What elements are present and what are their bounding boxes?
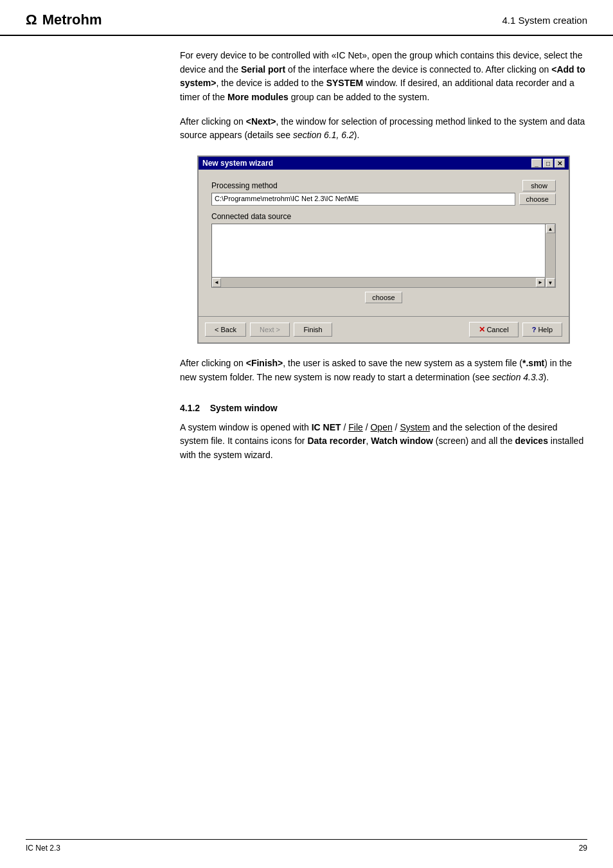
- scroll-left-arrow[interactable]: ◄: [212, 278, 221, 287]
- scroll-up-arrow[interactable]: ▲: [546, 224, 555, 233]
- s412-body4: (screen) and all the: [433, 436, 515, 446]
- para1-bold3: SYSTEM: [326, 78, 364, 88]
- section-412-number: 4.1.2: [180, 403, 200, 413]
- paragraph-3: After clicking on <Finish>, the user is …: [180, 357, 587, 384]
- titlebar-buttons: _ □ ✕: [531, 159, 565, 168]
- connected-data-source-listbox[interactable]: ▲ ▼ ◄ ►: [211, 224, 556, 288]
- logo-text: Metrohm: [42, 12, 102, 28]
- logo: Ω Metrohm: [26, 12, 102, 28]
- dialog-body: Processing method show C:\Programme\metr…: [199, 170, 569, 316]
- back-button[interactable]: < Back: [205, 323, 246, 337]
- section-412-heading: 4.1.2 System window: [180, 403, 587, 413]
- s412-sep1: /: [341, 422, 349, 432]
- dialog-titlebar: New system wizard _ □ ✕: [199, 157, 569, 170]
- logo-symbol: Ω: [26, 12, 37, 28]
- cancel-x-icon: ✕: [479, 325, 485, 334]
- scroll-track-v[interactable]: [546, 233, 555, 278]
- s412-bold4: devices: [515, 436, 548, 446]
- new-system-wizard-dialog: New system wizard _ □ ✕ Processing metho…: [197, 155, 570, 344]
- s412-ul3: System: [400, 422, 430, 432]
- processing-method-label: Processing method: [211, 181, 519, 190]
- help-label: Help: [538, 326, 553, 333]
- vertical-scrollbar[interactable]: ▲ ▼: [545, 224, 555, 287]
- help-q-icon: ?: [532, 326, 537, 333]
- section-412-title: System window: [210, 403, 278, 413]
- paragraph-1: For every device to be controlled with «…: [180, 49, 587, 105]
- close-button[interactable]: ✕: [555, 159, 565, 168]
- s412-bold2: Data recorder: [307, 436, 366, 446]
- scroll-track-h[interactable]: [221, 278, 536, 287]
- cancel-button[interactable]: ✕ Cancel: [469, 322, 518, 337]
- minimize-button[interactable]: _: [531, 159, 542, 168]
- choose-data-source-button[interactable]: choose: [365, 292, 402, 303]
- section-title: 4.1 System creation: [502, 15, 587, 26]
- dialog-footer: < Back Next > Finish ✕ Cancel ? Help: [199, 316, 569, 342]
- para3-bold2: *.smt: [522, 358, 544, 368]
- para3-bold1: <Finish>: [246, 358, 283, 368]
- help-button[interactable]: ? Help: [522, 323, 562, 337]
- s412-body1: A system window is opened with: [180, 422, 312, 432]
- footer-product: IC Net 2.3: [26, 844, 60, 853]
- para3-cont: , the user is asked to save the new syst…: [283, 358, 522, 368]
- path-row: C:\Programme\metrohm\IC Net 2.3\IC Net\M…: [211, 193, 556, 206]
- horizontal-scrollbar[interactable]: ◄ ►: [212, 277, 545, 287]
- para2-end: ).: [354, 130, 360, 140]
- restore-button[interactable]: □: [543, 159, 553, 168]
- para1-bold1: Serial port: [241, 64, 285, 75]
- para2-text: After clicking on: [180, 116, 246, 127]
- s412-sep3: /: [393, 422, 400, 432]
- paragraph-2: After clicking on <Next>, the window for…: [180, 115, 587, 143]
- page-header: Ω Metrohm 4.1 System creation: [0, 0, 613, 36]
- para2-italic: section 6.1, 6.2: [293, 130, 354, 140]
- show-button[interactable]: show: [522, 180, 556, 191]
- para3-end: ).: [543, 372, 549, 382]
- connected-data-source-label: Connected data source: [211, 212, 556, 221]
- s412-ul2: Open: [370, 422, 392, 432]
- next-button[interactable]: Next >: [250, 323, 290, 337]
- scroll-down-arrow[interactable]: ▼: [546, 278, 555, 287]
- processing-method-row: Processing method show: [211, 180, 556, 191]
- para1-cont: of the interface where the device is con…: [285, 64, 551, 75]
- processing-method-path: C:\Programme\metrohm\IC Net 2.3\IC Net\M…: [211, 193, 515, 206]
- s412-bold3: Watch window: [371, 436, 433, 446]
- choose-cds-row: choose: [211, 292, 556, 303]
- page-footer: IC Net 2.3 29: [26, 839, 587, 853]
- para3-italic: section 4.3.3: [492, 372, 543, 382]
- para3-text: After clicking on: [180, 358, 246, 368]
- choose-processing-method-button[interactable]: choose: [519, 193, 556, 205]
- s412-sep2: /: [363, 422, 371, 432]
- para1-cont4: group can be added to the system.: [289, 92, 429, 102]
- scroll-right-arrow[interactable]: ►: [536, 278, 545, 287]
- finish-button[interactable]: Finish: [294, 323, 332, 337]
- para1-cont2: , the device is added to the: [216, 78, 326, 88]
- dialog-wrapper: New system wizard _ □ ✕ Processing metho…: [180, 155, 587, 344]
- footer-page: 29: [579, 844, 587, 853]
- para2-bold1: <Next>: [246, 116, 276, 127]
- main-content: For every device to be controlled with «…: [0, 49, 613, 463]
- section-412-body: A system window is opened with IC NET / …: [180, 421, 587, 463]
- para1-bold4: More modules: [227, 92, 289, 102]
- dialog-title: New system wizard: [202, 159, 273, 168]
- s412-bold1: IC NET: [312, 422, 341, 432]
- s412-ul1: File: [348, 422, 363, 432]
- cancel-label: Cancel: [486, 326, 508, 333]
